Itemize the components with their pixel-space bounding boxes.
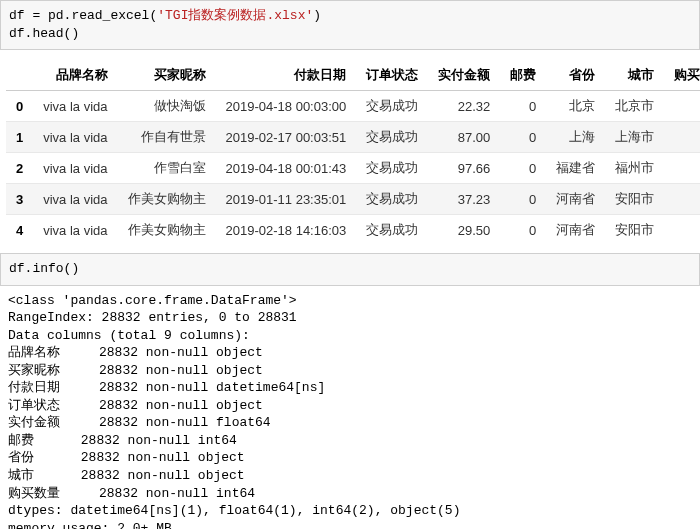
table-cell: 上海 bbox=[546, 122, 605, 153]
col-header: 城市 bbox=[605, 60, 664, 91]
table-cell: 3 bbox=[664, 184, 700, 215]
table-cell: viva la vida bbox=[33, 91, 117, 122]
info-output: <class 'pandas.core.frame.DataFrame'> Ra… bbox=[0, 286, 700, 529]
code-token: df = pd.read_excel( bbox=[9, 8, 157, 23]
table-cell: 0 bbox=[500, 153, 546, 184]
code-cell-info: df.info() bbox=[0, 253, 700, 285]
table-cell: 上海市 bbox=[605, 122, 664, 153]
table-cell: 1 bbox=[664, 91, 700, 122]
table-cell: 做快淘饭 bbox=[118, 91, 216, 122]
dataframe-output: 品牌名称 买家昵称 付款日期 订单状态 实付金额 邮费 省份 城市 购买数量 0… bbox=[0, 50, 700, 253]
table-cell: 安阳市 bbox=[605, 184, 664, 215]
row-index: 3 bbox=[6, 184, 33, 215]
table-cell: 安阳市 bbox=[605, 215, 664, 246]
table-cell: 作自有世景 bbox=[118, 122, 216, 153]
table-cell: 交易成功 bbox=[356, 153, 428, 184]
string-literal: 'TGI指数案例数据.xlsx' bbox=[157, 8, 313, 23]
col-header: 订单状态 bbox=[356, 60, 428, 91]
table-cell: 交易成功 bbox=[356, 91, 428, 122]
row-index: 0 bbox=[6, 91, 33, 122]
code-line: df.head() bbox=[9, 26, 79, 41]
table-row: 2viva la vida作雪白室2019-04-18 00:01:43交易成功… bbox=[6, 153, 700, 184]
index-header bbox=[6, 60, 33, 91]
table-cell: 河南省 bbox=[546, 215, 605, 246]
table-cell: 0 bbox=[500, 215, 546, 246]
row-index: 2 bbox=[6, 153, 33, 184]
table-cell: 福建省 bbox=[546, 153, 605, 184]
table-cell: 0 bbox=[500, 122, 546, 153]
code-line: df.info() bbox=[9, 261, 79, 276]
table-cell: 2019-04-18 00:01:43 bbox=[216, 153, 357, 184]
table-cell: viva la vida bbox=[33, 153, 117, 184]
col-header: 付款日期 bbox=[216, 60, 357, 91]
col-header: 品牌名称 bbox=[33, 60, 117, 91]
table-cell: 交易成功 bbox=[356, 215, 428, 246]
table-cell: 97.66 bbox=[428, 153, 500, 184]
table-cell: viva la vida bbox=[33, 215, 117, 246]
code-token: ) bbox=[313, 8, 321, 23]
code-cell-read-excel: df = pd.read_excel('TGI指数案例数据.xlsx') df.… bbox=[0, 0, 700, 50]
row-index: 4 bbox=[6, 215, 33, 246]
table-cell: 交易成功 bbox=[356, 122, 428, 153]
table-cell: 22.32 bbox=[428, 91, 500, 122]
table-cell: viva la vida bbox=[33, 122, 117, 153]
col-header: 邮费 bbox=[500, 60, 546, 91]
col-header: 买家昵称 bbox=[118, 60, 216, 91]
table-cell: 2 bbox=[664, 215, 700, 246]
table-cell: 福州市 bbox=[605, 153, 664, 184]
table-cell: 2019-02-18 14:16:03 bbox=[216, 215, 357, 246]
table-cell: 作美女购物主 bbox=[118, 215, 216, 246]
table-cell: 2019-04-18 00:03:00 bbox=[216, 91, 357, 122]
table-cell: 作美女购物主 bbox=[118, 184, 216, 215]
table-header-row: 品牌名称 买家昵称 付款日期 订单状态 实付金额 邮费 省份 城市 购买数量 bbox=[6, 60, 700, 91]
table-cell: 河南省 bbox=[546, 184, 605, 215]
table-row: 1viva la vida作自有世景2019-02-17 00:03:51交易成… bbox=[6, 122, 700, 153]
table-cell: 37.23 bbox=[428, 184, 500, 215]
table-cell: 2019-01-11 23:35:01 bbox=[216, 184, 357, 215]
table-row: 4viva la vida作美女购物主2019-02-18 14:16:03交易… bbox=[6, 215, 700, 246]
table-cell: viva la vida bbox=[33, 184, 117, 215]
col-header: 实付金额 bbox=[428, 60, 500, 91]
table-cell: 北京市 bbox=[605, 91, 664, 122]
table-cell: 1 bbox=[664, 122, 700, 153]
table-cell: 29.50 bbox=[428, 215, 500, 246]
table-cell: 北京 bbox=[546, 91, 605, 122]
table-cell: 2019-02-17 00:03:51 bbox=[216, 122, 357, 153]
table-row: 0viva la vida做快淘饭2019-04-18 00:03:00交易成功… bbox=[6, 91, 700, 122]
col-header: 省份 bbox=[546, 60, 605, 91]
table-cell: 0 bbox=[500, 91, 546, 122]
row-index: 1 bbox=[6, 122, 33, 153]
table-cell: 0 bbox=[500, 184, 546, 215]
table-cell: 87.00 bbox=[428, 122, 500, 153]
table-cell: 作雪白室 bbox=[118, 153, 216, 184]
table-cell: 交易成功 bbox=[356, 184, 428, 215]
col-header: 购买数量 bbox=[664, 60, 700, 91]
table-row: 3viva la vida作美女购物主2019-01-11 23:35:01交易… bbox=[6, 184, 700, 215]
dataframe-table: 品牌名称 买家昵称 付款日期 订单状态 实付金额 邮费 省份 城市 购买数量 0… bbox=[6, 60, 700, 245]
table-cell: 2 bbox=[664, 153, 700, 184]
